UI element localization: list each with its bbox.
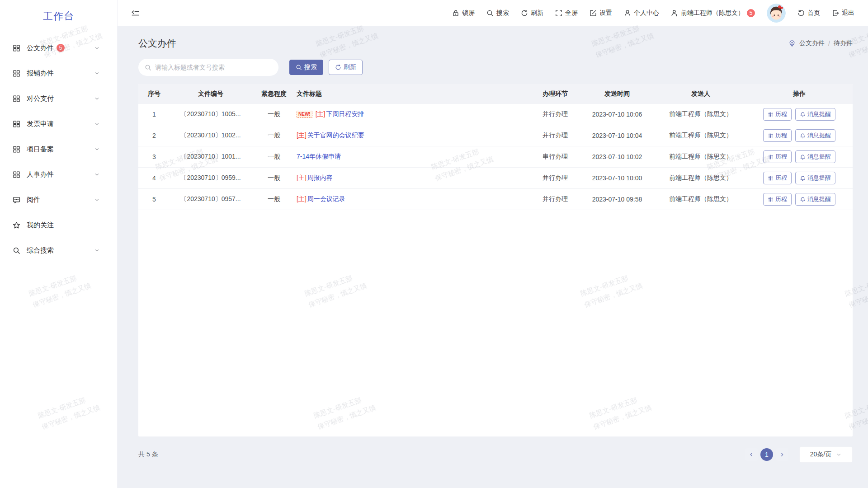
row-index: 5 bbox=[138, 196, 170, 203]
sidebar-item-label: 对公支付 bbox=[27, 94, 54, 103]
doc-number: 〔20230710〕1002... bbox=[170, 131, 251, 140]
process-step: 并行办理 bbox=[532, 195, 579, 203]
sliders-icon bbox=[768, 112, 774, 117]
table-body: 1〔20230710〕1005...一般NEW![主]下周日程安排并行办理202… bbox=[138, 104, 853, 210]
user-avatar[interactable] bbox=[767, 4, 786, 23]
message-remind-button[interactable]: 消息提醒 bbox=[795, 129, 835, 142]
topbar-item-label: 设置 bbox=[599, 9, 612, 17]
sidebar-item-label: 项目备案 bbox=[27, 145, 54, 154]
urgency-level: 一般 bbox=[251, 153, 297, 161]
row-actions: 历程消息提醒 bbox=[746, 129, 853, 142]
topbar-item-home[interactable]: 首页 bbox=[797, 9, 820, 17]
doc-title-link[interactable]: 7-14年休假申请 bbox=[297, 153, 341, 161]
sidebar-item-label: 公文办件 bbox=[27, 44, 54, 52]
topbar-item-label: 首页 bbox=[807, 9, 820, 17]
grid-icon bbox=[13, 95, 20, 103]
topbar-item-lock-screen[interactable]: 锁屏 bbox=[452, 9, 475, 17]
topbar-item-refresh[interactable]: 刷新 bbox=[521, 9, 543, 17]
urgency-level: 一般 bbox=[251, 110, 297, 118]
sliders-icon bbox=[768, 197, 774, 202]
topbar-item-label: 前端工程师（陈思文） bbox=[681, 9, 744, 17]
sidebar-item-read-items[interactable]: 阅件 bbox=[0, 187, 117, 212]
topbar-item-search[interactable]: 搜索 bbox=[486, 9, 509, 17]
location-pin-icon bbox=[788, 40, 796, 47]
settings-icon bbox=[590, 9, 597, 17]
chevron-down-icon bbox=[94, 172, 100, 178]
urgency-level: 一般 bbox=[251, 174, 297, 182]
refresh-button[interactable]: 刷新 bbox=[329, 60, 363, 75]
prev-page-button[interactable] bbox=[745, 448, 758, 461]
breadcrumb-separator: / bbox=[828, 40, 830, 47]
topbar: 锁屏搜索刷新全屏设置个人中心前端工程师（陈思文）5首页退出 bbox=[118, 0, 868, 26]
user-icon bbox=[624, 9, 631, 17]
message-remind-button[interactable]: 消息提醒 bbox=[795, 150, 835, 163]
doc-title-prefix: [主] bbox=[297, 195, 307, 203]
sidebar-item-label: 报销办件 bbox=[27, 69, 54, 78]
topbar-item-label: 锁屏 bbox=[462, 9, 475, 17]
doc-title-prefix: [主] bbox=[297, 131, 307, 140]
chevron-down-icon bbox=[94, 45, 100, 51]
logout-icon bbox=[832, 9, 839, 17]
topbar-item-label: 全屏 bbox=[565, 9, 578, 17]
process-step: 并行办理 bbox=[532, 174, 579, 182]
urgency-level: 一般 bbox=[251, 131, 297, 140]
message-remind-button[interactable]: 消息提醒 bbox=[795, 193, 835, 206]
doc-title-cell: NEW![主]下周日程安排 bbox=[297, 110, 532, 118]
sidebar-item-invoice-apply[interactable]: 发票申请 bbox=[0, 111, 117, 136]
doc-title-link[interactable]: 周报内容 bbox=[307, 174, 333, 182]
unread-count-badge: 5 bbox=[57, 44, 65, 52]
history-button[interactable]: 历程 bbox=[763, 150, 792, 163]
message-remind-button[interactable]: 消息提醒 bbox=[795, 172, 835, 184]
sidebar-item-reimburse[interactable]: 报销办件 bbox=[0, 61, 117, 86]
doc-title-link[interactable]: 下周日程安排 bbox=[326, 110, 364, 118]
sidebar-collapse-icon[interactable] bbox=[131, 9, 140, 18]
button-label: 消息提醒 bbox=[807, 174, 831, 182]
pagination: 共 5 条 1 20条/页 bbox=[138, 446, 853, 463]
grid-icon bbox=[13, 70, 20, 77]
sidebar-item-project-register[interactable]: 项目备案 bbox=[0, 136, 117, 162]
sidebar-item-label: 阅件 bbox=[27, 196, 40, 204]
topbar-item-logout[interactable]: 退出 bbox=[832, 9, 854, 17]
topbar-item-fullscreen[interactable]: 全屏 bbox=[555, 9, 578, 17]
next-page-button[interactable] bbox=[776, 448, 788, 461]
sidebar-item-doc-office[interactable]: 公文办件5 bbox=[0, 35, 117, 61]
page-size-select[interactable]: 20条/页 bbox=[799, 446, 853, 463]
doc-title-link[interactable]: 周一会议记录 bbox=[307, 195, 345, 203]
row-actions: 历程消息提醒 bbox=[746, 150, 853, 163]
search-input[interactable] bbox=[155, 64, 272, 71]
button-label: 历程 bbox=[775, 195, 787, 203]
doc-title-link[interactable]: 关于官网的会议纪要 bbox=[307, 131, 364, 140]
search-button[interactable]: 搜索 bbox=[289, 60, 323, 75]
search-box bbox=[138, 59, 278, 76]
message-remind-button[interactable]: 消息提醒 bbox=[795, 108, 835, 121]
row-actions: 历程消息提醒 bbox=[746, 172, 853, 184]
topbar-item-current-user[interactable]: 前端工程师（陈思文）5 bbox=[671, 9, 755, 17]
breadcrumb-item-root[interactable]: 公文办件 bbox=[799, 39, 825, 47]
sidebar-item-hr-office[interactable]: 人事办件 bbox=[0, 162, 117, 187]
topbar-item-label: 退出 bbox=[842, 9, 854, 17]
topbar-item-settings[interactable]: 设置 bbox=[590, 9, 612, 17]
total-count: 共 5 条 bbox=[138, 450, 158, 459]
history-button[interactable]: 历程 bbox=[763, 193, 792, 206]
history-button[interactable]: 历程 bbox=[763, 108, 792, 121]
sidebar-item-global-search[interactable]: 综合搜索 bbox=[0, 238, 117, 263]
sidebar-item-my-follow[interactable]: 我的关注 bbox=[0, 212, 117, 238]
sidebar-item-corporate-pay[interactable]: 对公支付 bbox=[0, 86, 117, 111]
grid-icon bbox=[13, 44, 20, 52]
row-actions: 历程消息提醒 bbox=[746, 108, 853, 121]
history-button[interactable]: 历程 bbox=[763, 129, 792, 142]
user-pin-icon bbox=[671, 9, 678, 17]
history-button[interactable]: 历程 bbox=[763, 172, 792, 184]
new-tag: NEW! bbox=[297, 111, 312, 118]
sliders-icon bbox=[768, 154, 774, 160]
doc-title-prefix: [主] bbox=[297, 174, 307, 182]
message-icon bbox=[13, 196, 20, 204]
page-number[interactable]: 1 bbox=[760, 448, 773, 461]
button-label: 消息提醒 bbox=[807, 110, 831, 118]
chevron-right-icon bbox=[779, 451, 785, 458]
table-row: 2〔20230710〕1002...一般[主]关于官网的会议纪要并行办理2023… bbox=[138, 125, 853, 146]
column-header: 发送人 bbox=[656, 90, 746, 98]
notification-count-badge: 5 bbox=[747, 9, 755, 17]
topbar-item-profile-center[interactable]: 个人中心 bbox=[624, 9, 659, 17]
table-row: 4〔20230710〕0959...一般[主]周报内容并行办理2023-07-1… bbox=[138, 168, 853, 189]
